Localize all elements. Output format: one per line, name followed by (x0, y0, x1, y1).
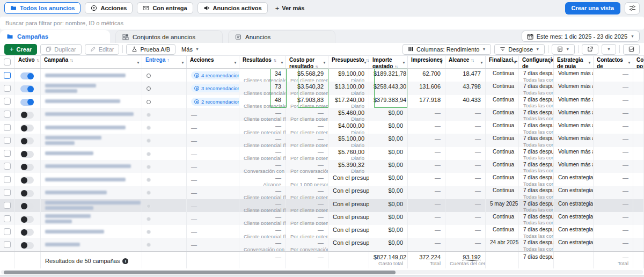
column-header-contacts[interactable]: Contactos de mensajes...▼ (594, 56, 633, 68)
row-checkbox[interactable] (4, 72, 11, 79)
export-button[interactable] (582, 44, 598, 55)
columns-button[interactable]: Columnas: Rendimiento ▼ (402, 44, 491, 55)
column-header-attribution[interactable]: Configuración de atribución▼ (519, 56, 554, 68)
campaign-active-toggle[interactable] (20, 203, 34, 210)
campaign-name-redacted[interactable] (45, 99, 120, 103)
more-button[interactable]: Más▼ (179, 44, 202, 55)
campaign-active-toggle[interactable] (20, 190, 34, 197)
row-checkbox[interactable] (4, 124, 11, 131)
campaign-active-toggle[interactable] (20, 151, 34, 158)
campaign-name-redacted[interactable] (45, 126, 126, 129)
campaign-name-redacted[interactable] (45, 220, 72, 223)
campaign-active-toggle[interactable] (20, 177, 34, 184)
column-header-actions[interactable]: Acciones▼ (187, 56, 239, 68)
breakdown-button[interactable]: Desglose ▼ (494, 44, 545, 55)
charts-button[interactable] (623, 44, 640, 55)
filter-pill-acciones[interactable]: Acciones (85, 2, 133, 14)
recommendations-badge[interactable]: 2 recomendaciones (191, 98, 239, 106)
row-checkbox[interactable] (4, 137, 11, 144)
campaign-active-toggle[interactable] (20, 229, 34, 236)
ab-test-button[interactable]: Prueba A/B (126, 44, 175, 55)
date-range-button[interactable]: Este mes: 1 dic 2025 - 23 dic 2025 ▼ (522, 31, 640, 42)
campaign-name-redacted[interactable] (45, 178, 126, 181)
filters-settings-button[interactable] (625, 2, 640, 14)
recommendations-badge[interactable]: 4 recomendaciones (191, 71, 239, 79)
column-header-name[interactable]: Campaña↑↓▼ (41, 56, 142, 68)
row-checkbox[interactable] (4, 202, 11, 209)
row-checkbox[interactable] (4, 189, 11, 196)
column-menu-icon[interactable]: ▼ (233, 61, 237, 65)
row-checkbox[interactable] (4, 176, 11, 183)
column-header-check[interactable] (0, 56, 15, 68)
column-menu-icon[interactable]: ▼ (588, 61, 591, 65)
ver-mas-button[interactable]: + Ver más (272, 5, 308, 12)
row-checkbox[interactable] (4, 163, 11, 170)
campaign-active-toggle[interactable] (20, 72, 34, 79)
campaign-active-toggle[interactable] (20, 164, 34, 171)
filter-pill-todos-los-anuncios[interactable]: Todos los anuncios (4, 2, 80, 14)
column-header-end[interactable]: Finalizaci...↑↓▼ (486, 56, 519, 68)
column-menu-icon[interactable]: ▼ (480, 61, 484, 65)
column-menu-icon[interactable]: ▼ (136, 61, 140, 65)
tab-conjuntos-de-anuncios[interactable]: Conjuntos de anuncios (115, 30, 223, 43)
row-checkbox[interactable] (4, 150, 11, 157)
recommendations-badge[interactable]: 3 recomendaciones (191, 84, 239, 92)
campaign-name-redacted[interactable] (45, 214, 91, 218)
column-menu-icon[interactable]: ▼ (363, 61, 367, 65)
export-options-button[interactable]: ▼ (602, 44, 616, 55)
campaign-active-toggle[interactable] (20, 125, 34, 132)
column-menu-icon[interactable]: ▼ (440, 61, 443, 65)
create-view-button[interactable]: Crear una vista (565, 2, 620, 14)
edit-button[interactable]: Editar (85, 44, 120, 55)
tab-campanas[interactable]: Campañas (0, 30, 110, 43)
column-header-bid[interactable]: Estrategia de puja▼ (554, 56, 594, 68)
column-header-budget[interactable]: Presupuesto↑↓▼ (328, 56, 369, 68)
row-checkbox[interactable] (4, 111, 11, 118)
tab-anuncios[interactable]: Anuncios (228, 30, 335, 43)
column-header-cpr[interactable]: Costo por resultado↑↓▼ (286, 56, 328, 68)
column-menu-icon[interactable]: ▼ (627, 61, 631, 65)
campaign-active-toggle[interactable] (20, 85, 34, 92)
duplicate-button[interactable]: Duplicar (40, 44, 81, 55)
column-menu-icon[interactable]: ▼ (513, 61, 517, 65)
row-checkbox[interactable] (4, 85, 11, 92)
column-header-active[interactable]: Activo↑↓ (15, 56, 41, 68)
campaign-active-toggle[interactable] (20, 99, 34, 106)
campaign-active-toggle[interactable] (20, 137, 34, 144)
column-header-impressions[interactable]: Impresiones↑↓▼ (408, 56, 445, 68)
row-checkbox[interactable] (4, 215, 11, 222)
scrollbar-thumb[interactable] (4, 271, 396, 274)
campaign-name-redacted[interactable] (45, 230, 104, 234)
row-checkbox[interactable] (4, 228, 11, 235)
column-header-spent[interactable]: Importe gastado↑↓▼ (369, 56, 408, 68)
column-menu-icon[interactable]: ▼ (181, 61, 185, 65)
campaign-active-toggle[interactable] (20, 216, 34, 223)
column-menu-icon[interactable]: ▼ (402, 61, 406, 65)
column-menu-icon[interactable]: ▼ (280, 61, 284, 65)
filter-pill-con-entrega[interactable]: Con entrega (137, 2, 193, 14)
row-checkbox[interactable] (4, 241, 11, 248)
campaign-name-redacted[interactable] (45, 164, 131, 168)
campaign-name-redacted[interactable] (45, 206, 93, 210)
filter-pill-anuncios-activos[interactable]: Anuncios activos (197, 2, 268, 14)
campaign-name-redacted[interactable] (45, 89, 77, 93)
campaign-name-redacted[interactable] (45, 201, 141, 205)
campaign-active-toggle[interactable] (20, 112, 34, 119)
select-all-checkbox[interactable] (4, 59, 11, 65)
search-input[interactable] (0, 17, 644, 30)
campaign-name-redacted[interactable] (45, 74, 126, 77)
campaign-name-redacted[interactable] (45, 191, 107, 194)
horizontal-scrollbar[interactable] (1, 270, 643, 274)
campaign-name-redacted[interactable] (45, 243, 80, 246)
campaign-active-toggle[interactable] (20, 242, 34, 249)
row-checkbox[interactable] (4, 98, 11, 105)
info-icon[interactable]: i (122, 258, 128, 264)
campaign-name-redacted[interactable] (45, 141, 75, 145)
column-header-cost_contact[interactable]: Costo por contacto (633, 56, 644, 68)
column-menu-icon[interactable]: ▼ (323, 61, 326, 65)
column-header-delivery[interactable]: Entrega↑▼ (142, 56, 187, 68)
reports-button[interactable]: ▼ (552, 44, 575, 55)
campaign-name-redacted[interactable] (45, 84, 96, 88)
column-header-reach[interactable]: Alcance↑↓▼ (445, 56, 486, 68)
campaign-name-redacted[interactable] (45, 151, 93, 155)
